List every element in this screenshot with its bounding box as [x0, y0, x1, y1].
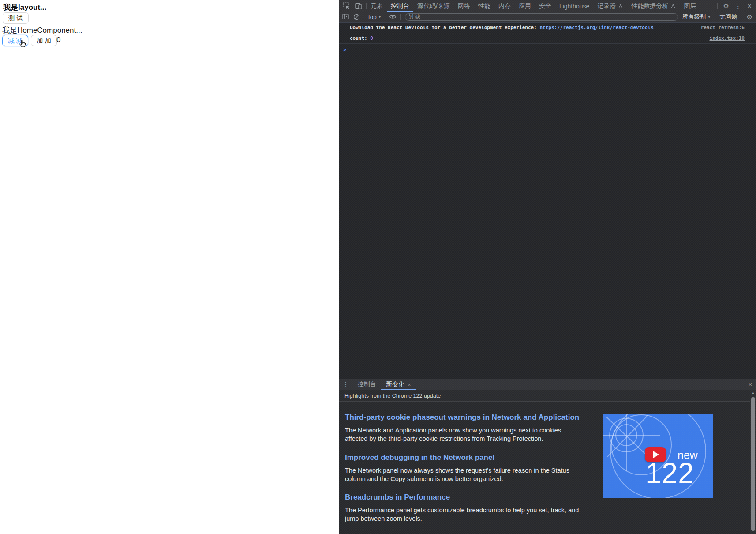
drawer-tab-console[interactable]: 控制台 [353, 379, 381, 390]
chevron-down-icon: ▾ [379, 15, 381, 19]
console-filter-input[interactable] [405, 13, 678, 21]
tab-elements[interactable]: 元素 [367, 0, 387, 12]
context-label: top [368, 14, 377, 20]
console-toolbar: top ▾ 所有级别 ▾ 无问题 ⚙ [339, 12, 756, 22]
log-levels-select[interactable]: 所有级别 ▾ [682, 13, 711, 21]
mouse-pointer-cursor [18, 39, 27, 49]
source-location-link[interactable]: react refresh:6 [690, 25, 745, 30]
tab-application[interactable]: 应用 [515, 0, 535, 12]
close-tab-icon[interactable]: × [408, 381, 411, 388]
tab-sources[interactable]: 源代码/来源 [413, 0, 454, 12]
console-message: Download the React DevTools for a better… [339, 22, 756, 33]
chrome-122-promo-image: new 122 [603, 414, 713, 498]
drawer-tab-whats-new[interactable]: 新变化 × [381, 379, 416, 390]
layout-title: 我是layout... [3, 2, 46, 12]
tab-security[interactable]: 安全 [535, 0, 555, 12]
drawer-tab-whats-new-label: 新变化 [386, 380, 404, 388]
console-number-value: 0 [370, 35, 373, 41]
console-prompt-row[interactable]: > [339, 44, 756, 53]
experiment-flask-icon [618, 3, 623, 9]
scrollbar-up-arrow-icon[interactable]: ▲ [750, 391, 756, 395]
console-sidebar-icon[interactable] [342, 14, 349, 20]
drawer-scrollbar[interactable]: ▲ [750, 390, 756, 534]
divider [715, 14, 715, 20]
tab-console[interactable]: 控制台 [387, 0, 413, 12]
experiment-flask-icon [670, 3, 676, 9]
divider [742, 14, 742, 20]
tab-network[interactable]: 网络 [454, 0, 474, 12]
whats-new-header: Highlights from the Chrome 122 update [339, 390, 756, 402]
issues-counter[interactable]: 无问题 [719, 13, 737, 21]
app-page: 我是layout... 测 试 我是HomeComponent... 减 减 加… [0, 0, 339, 534]
live-expression-eye-icon[interactable] [389, 14, 397, 19]
home-component-title: 我是HomeComponent... [2, 25, 82, 35]
tab-performance[interactable]: 性能 [474, 0, 494, 12]
drawer-tabbar: ⋮ 控制台 新变化 × × [339, 379, 756, 390]
tab-performance-insights-label: 性能数据分析 [631, 2, 668, 10]
settings-gear-icon[interactable]: ⚙ [723, 3, 729, 9]
console-prompt-chevron-icon: > [343, 47, 346, 53]
devtools-panel: 元素 控制台 源代码/来源 网络 性能 内存 应用 安全 Lighthouse … [339, 0, 756, 534]
close-devtools-icon[interactable]: × [747, 2, 752, 10]
console-message-text: count: 0 [350, 35, 373, 41]
tab-performance-insights[interactable]: 性能数据分析 [627, 0, 680, 12]
divider [400, 14, 401, 20]
javascript-context-select[interactable]: top ▾ [368, 14, 381, 20]
test-button[interactable]: 测 试 [3, 12, 29, 24]
promo-version-number: 122 [646, 457, 694, 489]
console-message: count: 0 index.tsx:10 [339, 33, 756, 44]
console-settings-gear-icon[interactable]: ⚙ [747, 14, 752, 20]
tab-layers[interactable]: 图层 [680, 0, 700, 12]
clear-console-icon[interactable] [353, 14, 360, 20]
devtools-drawer: ⋮ 控制台 新变化 × × Highlights from the Chrome… [339, 379, 756, 534]
scrollbar-thumb[interactable] [751, 397, 755, 531]
more-options-icon[interactable]: ⋮ [735, 3, 741, 9]
console-output: Download the React DevTools for a better… [339, 22, 756, 379]
chevron-down-icon: ▾ [708, 15, 711, 19]
section-body: The Network and Application panels now s… [345, 426, 585, 444]
inspect-element-icon[interactable] [343, 2, 350, 10]
react-devtools-link[interactable]: https://reactjs.org/link/react-devtools [539, 25, 653, 30]
tab-recorder[interactable]: 记录器 [593, 0, 627, 12]
device-toolbar-icon[interactable] [355, 3, 362, 9]
increment-button[interactable]: 加 加 [31, 35, 57, 46]
tab-memory[interactable]: 内存 [494, 0, 515, 12]
section-body: The Performance panel gets customizable … [345, 506, 585, 523]
close-drawer-icon[interactable]: × [745, 381, 756, 387]
tab-recorder-label: 记录器 [597, 2, 616, 10]
tab-lighthouse[interactable]: Lighthouse [555, 0, 594, 12]
log-levels-label: 所有级别 [682, 13, 706, 21]
divider [385, 14, 385, 20]
divider [364, 14, 364, 20]
divider [717, 3, 718, 9]
devtools-main-tabbar: 元素 控制台 源代码/来源 网络 性能 内存 应用 安全 Lighthouse … [339, 0, 756, 12]
console-message-text: Download the React DevTools for a better… [350, 25, 654, 30]
source-location-link[interactable]: index.tsx:10 [699, 35, 745, 41]
screen: 我是layout... 测 试 我是HomeComponent... 减 减 加… [0, 0, 756, 534]
drawer-more-tabs-icon[interactable]: ⋮ [339, 381, 353, 387]
section-body: The Network panel now always shows the r… [345, 466, 585, 484]
count-value: 0 [56, 36, 60, 45]
